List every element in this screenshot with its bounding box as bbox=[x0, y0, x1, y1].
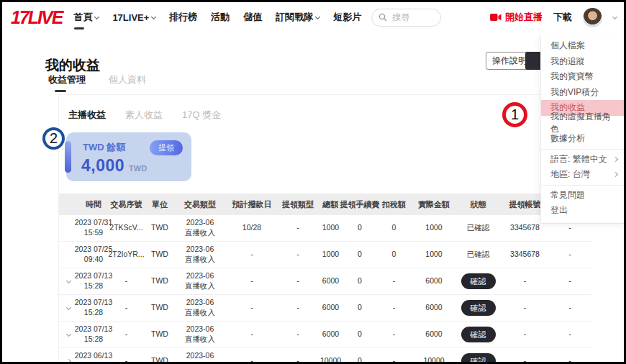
confirm-button[interactable]: 確認 bbox=[461, 327, 496, 342]
cell-txid: - bbox=[109, 268, 144, 294]
cell-fee: 0 bbox=[345, 242, 375, 268]
menu-item-virtual-avatar[interactable]: 我的虛擬直播角色 bbox=[541, 116, 626, 132]
nav-item-home[interactable]: 首頁 bbox=[73, 11, 99, 24]
menu-divider bbox=[541, 185, 626, 186]
17live-logo[interactable]: 17LIVE bbox=[11, 7, 62, 28]
cell-payout-date: - bbox=[224, 295, 279, 321]
cell-withdraw-type: - bbox=[279, 348, 317, 364]
cell-payout-date: - bbox=[224, 242, 279, 268]
cell-txid: - bbox=[109, 322, 144, 347]
menu-item-region[interactable]: 地區: 台灣 bbox=[541, 167, 626, 183]
cell-payout-date: - bbox=[224, 268, 279, 294]
header-withdraw-type: 提領類型 bbox=[279, 194, 317, 215]
cell-payout-date: - bbox=[224, 348, 279, 364]
cell-unit: TWD bbox=[144, 322, 176, 347]
withdraw-button[interactable]: 提領 bbox=[150, 140, 183, 155]
tab-personal-info[interactable]: 個人資料 bbox=[109, 73, 146, 86]
cell-account: - bbox=[502, 268, 548, 294]
confirm-button[interactable]: 確認 bbox=[461, 300, 496, 316]
cell-type: 2023-06直播收入 bbox=[176, 242, 224, 268]
balance-label: TWD 餘額 bbox=[83, 141, 125, 154]
17live-earnings-page: 17LIVE 首頁 17LIVE+ 排行榜 活動 儲值 訂閱戰隊 bbox=[0, 0, 626, 364]
twd-balance-card: TWD 餘額 提領 4,000 TWD bbox=[66, 132, 191, 181]
cell-actual: 6000 bbox=[413, 268, 455, 294]
tab-earnings-management[interactable]: 收益管理 bbox=[48, 73, 86, 86]
cell-note: - bbox=[548, 295, 591, 321]
table-row: 2023 07/1315:28 - TWD 2023-06直播收入 - - 60… bbox=[59, 295, 591, 322]
confirm-button[interactable]: 確認 bbox=[461, 353, 496, 364]
cell-actual: 6000 bbox=[413, 295, 455, 321]
table-row: 2023 07/3115:59 2TKScV... TWD 2023-06直播收… bbox=[59, 215, 591, 242]
nav-item-topup[interactable]: 儲值 bbox=[243, 11, 262, 24]
avatar[interactable] bbox=[583, 8, 602, 27]
chevron-down-icon bbox=[315, 14, 320, 19]
cell-txid: - bbox=[109, 295, 144, 321]
cell-withdraw-type: - bbox=[279, 215, 317, 241]
start-live-button[interactable]: 開始直播 bbox=[490, 11, 543, 24]
table-row: 2023 07/2509:40 2T2IoYR... TWD 2023-06直播… bbox=[59, 242, 591, 268]
search-input[interactable] bbox=[391, 12, 432, 23]
cell-fee: 0 bbox=[345, 215, 375, 241]
search-box[interactable] bbox=[371, 9, 441, 27]
nav-item-17liveplus[interactable]: 17LIVE+ bbox=[112, 12, 155, 23]
cell-type: 2023-06直播收入 bbox=[176, 215, 224, 241]
cell-note: - bbox=[548, 268, 591, 294]
cell-withdraw-type: - bbox=[279, 268, 317, 294]
cell-account: - bbox=[502, 348, 548, 364]
nav-item-subscription[interactable]: 訂閱戰隊 bbox=[276, 11, 319, 24]
menu-item-language[interactable]: 語言: 繁體中文 bbox=[541, 152, 626, 168]
cell-time: 2023 07/2509:40 bbox=[78, 242, 109, 268]
cell-actual: 10000 bbox=[413, 348, 455, 364]
chevron-right-icon bbox=[613, 157, 618, 162]
cell-unit: TWD bbox=[144, 295, 176, 321]
expand-chevron-down-icon[interactable] bbox=[66, 331, 71, 336]
header-fee: 提領手續費 bbox=[345, 194, 375, 215]
nav-item-shortvideo[interactable]: 短影片 bbox=[333, 11, 361, 24]
menu-item-profile[interactable]: 個人檔案 bbox=[541, 38, 626, 54]
confirm-button[interactable]: 確認 bbox=[461, 273, 496, 289]
expand-chevron-down-icon[interactable] bbox=[66, 304, 71, 309]
balance-amount: 4,000 TWD bbox=[81, 156, 147, 176]
cell-payout-date: 10/28 bbox=[224, 215, 279, 241]
menu-item-vip-points[interactable]: 我的VIP積分 bbox=[541, 85, 626, 101]
cell-account: 3345678 bbox=[502, 242, 548, 268]
cell-note: - bbox=[548, 322, 591, 347]
search-icon bbox=[378, 13, 387, 22]
menu-item-baby-coins[interactable]: 我的寶寶幣 bbox=[541, 69, 626, 85]
cell-unit: TWD bbox=[144, 348, 176, 364]
expand-chevron-down-icon[interactable] bbox=[66, 278, 71, 283]
account-dropdown-menu: 個人檔案 我的追蹤 我的寶寶幣 我的VIP積分 我的收益 我的虛擬直播角色 數據… bbox=[540, 35, 626, 224]
cell-status: 確認 bbox=[455, 348, 502, 364]
subtab-17q-bonus[interactable]: 17Q 獎金 bbox=[182, 109, 221, 122]
earnings-card: 主播收益 素人收益 17Q 獎金 TWD 餘額 提領 4,000 TWD 時間 … bbox=[58, 94, 591, 364]
cell-unit: TWD bbox=[144, 268, 176, 294]
cell-tax: 0 bbox=[375, 242, 413, 268]
hidden-button-fragment[interactable] bbox=[525, 52, 541, 70]
cell-unit: TWD bbox=[144, 242, 176, 268]
cell-txid: - bbox=[109, 348, 144, 364]
balance-accent-bar bbox=[65, 141, 71, 173]
annotation-step-1: 1 bbox=[502, 102, 527, 127]
cell-account: - bbox=[502, 322, 548, 347]
menu-item-logout[interactable]: 登出 bbox=[541, 203, 626, 219]
header-payout-date: 預計撥款日 bbox=[224, 194, 279, 215]
cell-status: 確認 bbox=[455, 295, 502, 321]
cell-time: 2023 07/1315:28 bbox=[78, 268, 109, 294]
chevron-down-icon[interactable] bbox=[612, 14, 617, 19]
menu-item-faq[interactable]: 常見問題 bbox=[541, 188, 626, 204]
download-link[interactable]: 下載 bbox=[553, 11, 572, 24]
subtab-amateur-earnings[interactable]: 素人收益 bbox=[125, 109, 163, 122]
menu-item-follows[interactable]: 我的追蹤 bbox=[541, 54, 626, 70]
nav-item-ranking[interactable]: 排行榜 bbox=[169, 11, 197, 24]
expand-chevron-right-icon[interactable] bbox=[66, 358, 71, 363]
cell-total: 10000 bbox=[317, 348, 345, 364]
cell-total: 1000 bbox=[317, 215, 345, 241]
cell-note: - bbox=[548, 242, 591, 268]
header-tax: 扣稅額 bbox=[375, 194, 413, 215]
subtab-streamer-earnings[interactable]: 主播收益 bbox=[68, 109, 106, 122]
earnings-subtabs: 主播收益 素人收益 17Q 獎金 bbox=[68, 109, 221, 122]
cell-unit: TWD bbox=[144, 215, 176, 241]
video-camera-icon bbox=[490, 13, 502, 22]
nav-item-events[interactable]: 活動 bbox=[211, 11, 230, 24]
cell-fee: 0 bbox=[345, 268, 375, 294]
